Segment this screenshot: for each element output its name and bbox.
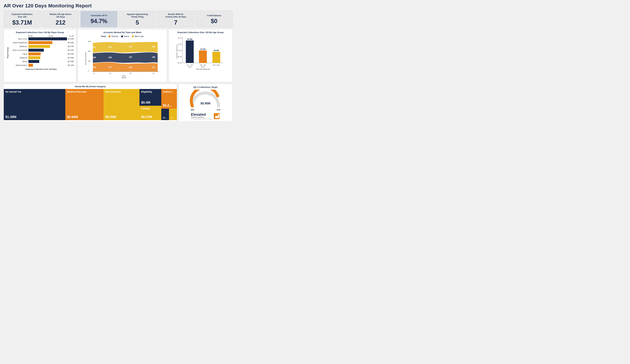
stream-svg: 600 400 200 0 Accounts Worked 237 189 16… [80, 39, 165, 78]
svg-text:365+ Days: 365+ Days [213, 64, 220, 66]
payor-bar-row: Blue Cross$1.02M [10, 37, 74, 40]
payor-bar-row: Administrative$0.12M [10, 64, 74, 67]
svg-text:200: 200 [88, 60, 91, 62]
kpi-card-denials-no-activity: Denials With No Activity After 30 Days7 [157, 11, 194, 27]
payor-bar-row: Aetna$0.29M [10, 60, 74, 63]
legend-sierra: Sierra [121, 35, 129, 37]
stream-legend: Team Overton Sierra West Lake [80, 35, 165, 37]
kpi-label-expected-collections: Expected Collections Over 120 [12, 13, 32, 18]
svg-rect-45 [199, 50, 207, 63]
svg-text:$1.0M: $1.0M [200, 48, 206, 50]
payor-bar-label: Administrative [10, 64, 28, 66]
denial-cell-eligibility: Eligibility $0.4M [140, 89, 161, 106]
payor-bar-label: Other Commercial [10, 49, 28, 51]
svg-text:Expected Collections: Expected Collections [176, 45, 178, 58]
svg-text:157: 157 [129, 56, 132, 58]
payor-bar-row: United Healthcare$0.63M [10, 41, 74, 44]
payor-bar-track [28, 52, 67, 55]
svg-text:$5.95M: $5.95M [200, 102, 210, 105]
denial-cell-t: T... [169, 109, 177, 120]
payor-bar-label: Medicaid [10, 57, 28, 59]
elevated-logo-icon [214, 113, 220, 120]
kpi-label-denials-no-activity: Denials With No Activity After 30 Days [165, 13, 186, 18]
svg-text:$2.0M: $2.0M [178, 37, 182, 39]
payor-bar-value: $0.32M [68, 57, 74, 59]
payor-chart-title: Expected Collections Over 120 By Payor G… [6, 31, 74, 34]
payor-bar-label: Medicare [10, 45, 28, 47]
stream-chart-panel: Accounts Worked By Team and Week Team Ov… [78, 29, 167, 82]
svg-rect-49 [212, 52, 220, 63]
page-title: AR Over 120 Days Monitoring Report [4, 3, 233, 8]
kpi-card-actionable-ar: Actionable AR %94.7% [80, 11, 118, 27]
payor-bar-chart: Blue Cross$1.02MUnited Healthcare$0.63MM… [9, 37, 74, 67]
payor-bar-fill [28, 37, 67, 40]
legend-westlake: West Lake [132, 35, 144, 37]
svg-text:$0.0M: $0.0M [178, 62, 182, 64]
payor-bar-track [28, 60, 67, 63]
kpi-value-median-ar-age: 212 [56, 20, 66, 25]
kpi-label-actionable-ar: Actionable AR % [91, 14, 107, 17]
kpi-card-appeals-timely: Appeals Approaching Timely Filing5 [119, 11, 156, 27]
payor-bar-track [28, 37, 67, 40]
kpi-value-credit-balance: $0 [211, 18, 218, 24]
kpi-value-appeals-timely: 5 [136, 20, 139, 25]
kpi-card-credit-balance: Credit Balance$0 [196, 11, 233, 27]
denial-title: Denial Mix By Denial Category [4, 84, 177, 89]
payor-bar-value: $0.33M [68, 53, 74, 55]
svg-text:171: 171 [152, 66, 155, 68]
payor-bar-fill [28, 45, 50, 48]
svg-text:Days: Days [188, 66, 192, 68]
payor-bar-row: Other Commercial$0.41M [10, 49, 74, 52]
payor-bar-value: $0.12M [68, 64, 74, 66]
eligibility-coding-col: Eligibility $0.4M Coding $0.37M [140, 89, 161, 120]
elevated-logo: Elevated Practice Solutions A LIF Anesth… [191, 113, 220, 120]
svg-text:121 - 245: 121 - 245 [186, 64, 193, 66]
payor-bar-row: Cigna$0.33M [10, 52, 74, 55]
denial-cell-coding: Coding $0.37M [140, 106, 161, 120]
legend-overton: Overton [108, 35, 118, 37]
svg-text:20: 20 [130, 72, 132, 74]
denial-cell-no-denial: No Denial Yet $1.38M [4, 89, 65, 120]
svg-rect-41 [186, 40, 194, 63]
payor-y-axis-label: Payor Group [6, 35, 9, 70]
charts-row: Expected Collections Over 120 By Payor G… [4, 29, 233, 82]
denial-cell-authori: Authori... $0.2... [161, 89, 177, 109]
payor-bar-value: $0.57M [68, 45, 74, 47]
gauge-labels: $0M $7M [191, 109, 220, 111]
svg-text:$1.5M: $1.5M [178, 43, 182, 45]
age-chart-panel: Expected Collections Over 120 By Age Gro… [168, 29, 233, 82]
kpi-label-credit-balance: Credit Balance [207, 14, 221, 17]
qtr-title: Qtr 2 Collections Target [194, 86, 218, 88]
svg-text:0: 0 [88, 70, 89, 72]
payor-bar-label: Blue Cross [10, 38, 28, 40]
payor-bar-label: United Healthcare [10, 42, 28, 44]
payor-bar-fill [28, 64, 33, 67]
payor-bar-value: $0.41M [68, 49, 74, 51]
kpi-value-expected-collections: $3.71M [12, 20, 32, 25]
svg-text:$0.9M: $0.9M [214, 49, 219, 51]
payor-x-ticks: $0.0M $0.5M $1.0M [9, 35, 74, 37]
authori-col: Authori... $0.2... Cr... T... [161, 89, 177, 120]
svg-text:600: 600 [88, 41, 91, 42]
svg-text:13: 13 [109, 72, 111, 74]
svg-text:240: 240 [152, 45, 155, 48]
payor-bar-track [28, 45, 67, 48]
kpi-value-denials-no-activity: 7 [174, 20, 177, 25]
kpi-row: Expected Collections Over 120$3.71MMedia… [4, 11, 233, 27]
svg-text:177: 177 [108, 66, 112, 68]
svg-text:400: 400 [88, 50, 91, 52]
payor-bar-fill [28, 60, 39, 63]
payor-chart-panel: Expected Collections Over 120 By Payor G… [4, 29, 76, 82]
svg-text:$0.5M: $0.5M [178, 56, 182, 57]
logo-tagline: A LIF Anesthesia Partners Company [191, 118, 212, 120]
kpi-label-median-ar-age: Median AR Age Above 120 Days [50, 13, 71, 18]
payor-bar-value: $0.29M [68, 60, 74, 62]
payor-bar-value: $1.02M [68, 38, 74, 40]
payor-bar-label: Aetna [10, 60, 28, 62]
stream-chart-title: Accounts Worked By Team and Week [80, 31, 165, 34]
svg-text:$1.8M: $1.8M [187, 38, 192, 40]
svg-text:Week: Week [122, 77, 126, 78]
payor-bar-fill [28, 41, 52, 44]
svg-text:205: 205 [108, 56, 112, 59]
denial-cell-medical-records: Medical Records $0.66M [65, 89, 104, 120]
